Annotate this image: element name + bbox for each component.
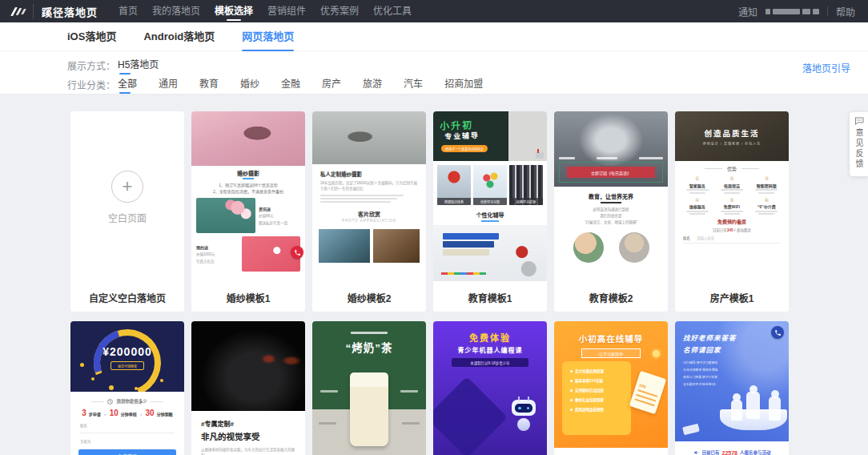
paper-score: 100 (639, 382, 647, 389)
edu2-line: 必将英语沟通进行到底 (554, 207, 668, 213)
filter-industry-auto[interactable]: 汽车 (404, 77, 423, 91)
template-card-loan[interactable]: ¥200000 最高可借额度 测测你能借多少 3步申请 » 10分钟审核 » 3… (70, 321, 184, 455)
edu1-underline (481, 220, 499, 222)
template-card-car[interactable]: #专属定制# 非凡的视觉享受 以便捷多样的操作和功能，为车主的出行生活带来极大的… (191, 321, 305, 455)
edu1-thumbnail: 小升初 专业辅导 给孩子一个改变命运的机会 搭建知识体系 培养学习习惯 经典学习… (433, 111, 547, 284)
template-card-wedding-2[interactable]: 私人定制婚纱摄影 26年品质历程，见证了26000对新人幸福瞬间，只为定制专属于… (312, 111, 426, 312)
filter-industry-realestate[interactable]: 房产 (322, 77, 341, 91)
tab-ios-landing[interactable]: iOS落地页 (67, 22, 116, 51)
template-card-wedding-1[interactable]: 婚纱摄影 1、预订写真即赠送88个优美造型 2、全程无隐形消费，不满意无条件重拍… (191, 111, 305, 312)
template-card-robot-course[interactable]: 免费体验 青少年机器人编程课 本课程针对6-18岁青少年 激发兴趣 动手能力 发… (433, 321, 547, 455)
main-nav: 首页 我的落地页 模板选择 营销组件 优秀案例 优化工具 (119, 0, 412, 22)
advantage-name: 智能密码锁 (757, 183, 777, 188)
step-separator: » (140, 412, 143, 417)
realty1-thumbnail: 创造品质生活 原创设计 / 高端家居 / 拎包入住 优势 ① 管家服务 ② 每周… (675, 111, 789, 284)
filter-industry-finance[interactable]: 金融 (281, 77, 300, 91)
user-account-redacted[interactable] (766, 9, 819, 14)
edu2-subscribe-button: 立即订阅《每日英语》 (567, 167, 655, 178)
blue-bullet: 老师上门授课 孩子少奔波 (683, 375, 789, 379)
edu1-bottom-photo (433, 225, 547, 281)
wedding2-thumbnail: 私人定制婚纱摄影 26年品质历程，见证了26000对新人幸福瞬间，只为定制专属于… (312, 111, 426, 284)
robot-stage-shape (433, 376, 508, 455)
wedding1-bullet-2: 2、全程无隐形消费，不满意无条件重拍 (191, 188, 305, 195)
nav-item-template-select[interactable]: 模板选择 (215, 0, 253, 22)
orange-headline: 小初高在线辅导 (554, 332, 668, 344)
blank-card-body: + 空白页面 (70, 111, 184, 284)
edu1-hero-line2: 专业辅导 (444, 130, 480, 142)
wedding2-heading: 私人定制婚纱摄影 (320, 170, 418, 178)
advantage-item: ⑤ 免费WiFi (714, 197, 749, 215)
landing-guide-link[interactable]: 落地页引导 (802, 61, 850, 74)
nav-item-home[interactable]: 首页 (119, 0, 138, 22)
template-card-realestate-1[interactable]: 创造品质生活 原创设计 / 高端家居 / 拎包入住 优势 ① 管家服务 ② 每周… (675, 111, 789, 312)
edu1-photo: 经典学习资源 (509, 165, 543, 205)
filter-industry-all[interactable]: 全部 (118, 77, 137, 91)
milktea-cup-photo (350, 372, 388, 446)
wedding2-gallery (319, 229, 420, 263)
avatar-photo (619, 232, 649, 263)
stat-number: 345 (727, 228, 733, 232)
edu1-hero-blackboard: 小升初 专业辅导 给孩子一个改变命运的机会 (433, 111, 547, 161)
orange-bullet: 支持随时高清回放 (570, 388, 631, 393)
nav-item-marketing-components[interactable]: 营销组件 (267, 0, 306, 22)
robot-banner: 本课程针对6-18岁青少年 (452, 358, 528, 367)
template-grid: + 空白页面 自定义空白落地页 婚纱摄影 1、预订写真即赠送88个优美造型 2、… (70, 111, 789, 455)
edu2-thumbnail: 立即订阅《每日英语》 教育，让世界无界 必将英语沟通进行到底 我们的使命是 “打… (554, 111, 668, 284)
filter-industry-travel[interactable]: 旅游 (363, 77, 382, 91)
blue-bullet: 全五星好评 价格低至5折 (683, 382, 789, 386)
help-link[interactable]: 帮助 (836, 5, 855, 18)
topbar-right: 通知 帮助 (738, 5, 855, 18)
plus-icon[interactable]: + (111, 171, 143, 203)
edu1-hero-pill: 给孩子一个改变命运的机会 (441, 145, 488, 152)
brand-logo-icon (13, 7, 25, 16)
milktea-top-caption (351, 332, 388, 334)
nav-item-optimization-tools[interactable]: 优化工具 (373, 0, 412, 22)
display-mode-row: 展示方式： H5落地页 (67, 58, 180, 72)
template-card-milktea[interactable]: “烤奶”茶 奶茶店加盟 (312, 321, 426, 455)
loan-section-title: 测测你能借多少 (70, 398, 184, 405)
step-unit: 步申请 (89, 411, 101, 417)
wedding2-section-subtitle: PHOTO APPRECIATION (312, 219, 426, 223)
promo-line: 赠送私房写真一组 (259, 220, 287, 226)
orange-pill: -让学习更简单- (581, 348, 641, 358)
wedding1-thumbnail: 婚纱摄影 1、预订写真即赠送88个优美造型 2、全程无隐形消费，不满意无条件重拍… (191, 111, 305, 284)
advantage-item: ④ 维修服务 (680, 197, 714, 215)
person-silhouette (746, 392, 760, 419)
blue-bullet: 15年正规教育 服务有保障 (683, 368, 789, 372)
tab-android-landing[interactable]: Android落地页 (143, 22, 215, 51)
realty1-hero-photo: 创造品质生活 原创设计 / 高端家居 / 拎包入住 (675, 111, 789, 161)
milktea-headline: “烤奶”茶 (312, 339, 426, 355)
loan-apply-button: 免费申请 (78, 449, 176, 455)
template-card-education-1[interactable]: 小升初 专业辅导 给孩子一个改变命运的机会 搭建知识体系 培养学习习惯 经典学习… (433, 111, 547, 312)
template-card-education-2[interactable]: 立即订阅《每日英语》 教育，让世界无界 必将英语沟通进行到底 我们的使命是 “打… (554, 111, 668, 312)
filter-industry-general[interactable]: 通用 (159, 77, 178, 91)
template-card-blank[interactable]: + 空白页面 自定义空白落地页 (70, 111, 184, 312)
template-card-online-tutoring[interactable]: 小初高在线辅导 -让学习更简单- 北大哈佛名师授课 辅导老师1V1答疑 支持随时… (554, 321, 668, 455)
robot-headline: 免费体验 (433, 331, 547, 344)
realty1-hero-subtitle: 原创设计 / 高端家居 / 拎包入住 (703, 141, 762, 146)
realty1-advantage-grid: ① 管家服务 ② 每周保洁 ③ 智能密码锁 ④ 维修服务 (675, 172, 789, 215)
car-hero-photo (191, 321, 305, 411)
template-card-find-teacher[interactable]: 找好老师来答答 名师请回家 1对1辅导 孩子学习更高效 15年正规教育 服务有保… (675, 321, 789, 455)
realty1-stat-line: 目前已有345人参加看房 (675, 228, 789, 232)
tab-web-landing[interactable]: 网页落地页 (242, 22, 294, 51)
stat-suffix: 人报名参与活动 (740, 449, 771, 455)
advantage-item: ③ 智能密码锁 (749, 175, 784, 194)
nav-item-showcases[interactable]: 优秀案例 (320, 0, 359, 22)
advantage-number: ② (729, 175, 733, 181)
wedding1-underline (243, 178, 254, 179)
advantage-item: ② 每周保洁 (714, 175, 749, 194)
filter-industry-education[interactable]: 教育 (199, 77, 219, 91)
card-title: 房产模板1 (675, 284, 789, 312)
card-title: 婚纱模板2 (312, 284, 426, 312)
step-unit: 分钟审核 (121, 411, 137, 417)
feedback-side-tab[interactable]: 意见反馈 (850, 112, 868, 176)
filter-industry-wedding[interactable]: 婚纱 (240, 77, 259, 91)
notifications-link[interactable]: 通知 (738, 5, 757, 18)
step-separator: » (104, 412, 106, 417)
advantage-name: 每周保洁 (724, 183, 740, 188)
filter-h5-landing[interactable]: H5落地页 (118, 58, 159, 72)
paper-illustration: 100 (629, 371, 667, 414)
nav-item-my-pages[interactable]: 我的落地页 (152, 0, 200, 22)
filter-industry-franchise[interactable]: 招商加盟 (444, 77, 483, 91)
